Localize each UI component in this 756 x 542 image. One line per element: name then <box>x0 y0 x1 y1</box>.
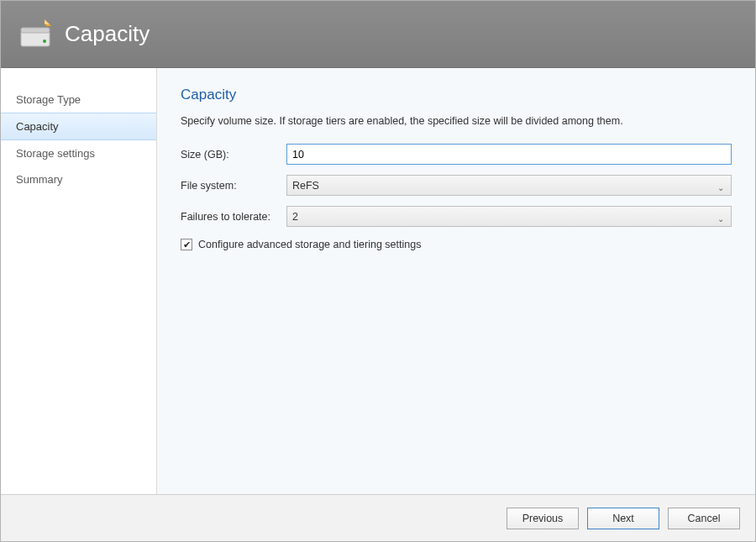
chevron-down-icon: ⌄ <box>717 213 724 223</box>
advanced-checkbox[interactable] <box>181 239 192 250</box>
sidebar-item-storage-settings[interactable]: Storage settings <box>1 140 156 166</box>
sidebar-item-label: Capacity <box>16 120 59 133</box>
panel-description: Specify volume size. If storage tiers ar… <box>181 115 732 127</box>
failures-select[interactable]: 2 ⌄ <box>286 206 732 227</box>
failures-label: Failures to tolerate: <box>181 211 286 223</box>
previous-button[interactable]: Previous <box>507 508 579 529</box>
sidebar-item-label: Storage Type <box>16 93 81 106</box>
filesystem-label: File system: <box>181 180 286 192</box>
sidebar-item-storage-type[interactable]: Storage Type <box>1 87 156 113</box>
sidebar-item-label: Summary <box>16 173 63 186</box>
failures-value: 2 <box>292 211 298 223</box>
sidebar-item-label: Storage settings <box>16 147 95 160</box>
filesystem-select[interactable]: ReFS ⌄ <box>286 175 732 196</box>
sidebar-item-summary[interactable]: Summary <box>1 166 156 192</box>
wizard-sidebar: Storage Type Capacity Storage settings S… <box>1 68 157 494</box>
wizard-body: Storage Type Capacity Storage settings S… <box>1 68 755 494</box>
svg-point-2 <box>43 39 46 43</box>
filesystem-value: ReFS <box>292 180 319 192</box>
advanced-label: Configure advanced storage and tiering s… <box>198 239 421 250</box>
svg-marker-4 <box>45 19 50 24</box>
row-failures: Failures to tolerate: 2 ⌄ <box>181 206 732 227</box>
size-label: Size (GB): <box>181 149 286 160</box>
chevron-down-icon: ⌄ <box>717 182 724 192</box>
next-button[interactable]: Next <box>587 508 659 529</box>
svg-rect-0 <box>21 31 50 46</box>
sidebar-item-capacity[interactable]: Capacity <box>1 113 156 140</box>
row-size: Size (GB): <box>181 144 732 165</box>
cancel-button[interactable]: Cancel <box>668 508 740 529</box>
wizard-footer: Previous Next Cancel <box>1 494 755 541</box>
panel-title: Capacity <box>181 87 732 103</box>
row-filesystem: File system: ReFS ⌄ <box>181 175 732 196</box>
row-advanced: Configure advanced storage and tiering s… <box>181 239 732 250</box>
svg-rect-1 <box>21 28 50 33</box>
wizard-content: Capacity Specify volume size. If storage… <box>157 68 755 494</box>
wizard-header: Capacity <box>1 1 755 68</box>
header-title: Capacity <box>65 21 150 47</box>
drive-icon <box>19 19 53 50</box>
size-input[interactable] <box>286 144 732 165</box>
